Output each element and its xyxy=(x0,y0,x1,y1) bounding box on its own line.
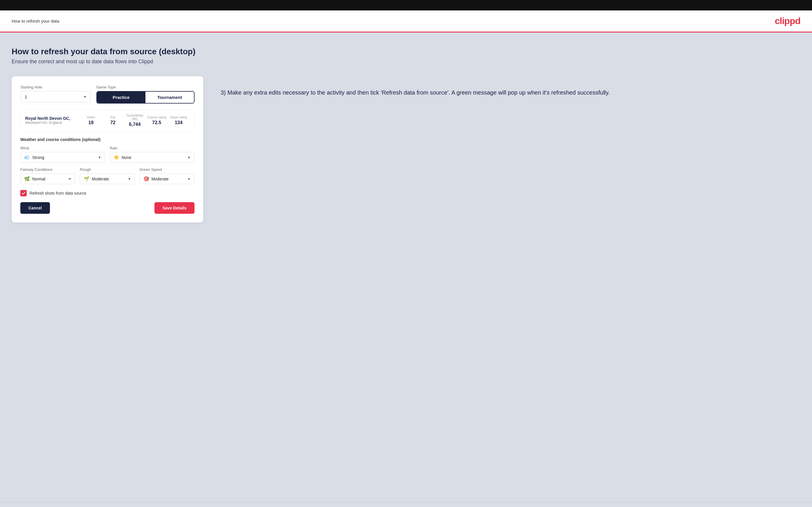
rain-icon: ☀️ xyxy=(113,155,119,160)
course-location: Westward Ho!, England xyxy=(25,121,80,125)
rain-arrow-icon: ▼ xyxy=(187,156,191,160)
rough-select[interactable]: 🌱 Moderate ▼ xyxy=(80,173,135,184)
game-type-row: Starting Hole 1 2 10 ▼ Game Type Practic… xyxy=(20,85,195,104)
wind-rain-row: Wind 💨 Strong ▼ Rain ☀️ None ▼ xyxy=(20,146,195,163)
page-heading: How to refresh your data from source (de… xyxy=(12,47,800,56)
slope-rating-stat: Slope rating 134 xyxy=(168,115,190,125)
course-par-stat: Par 72 xyxy=(102,115,124,125)
page-subheading: Ensure the correct and most up to date d… xyxy=(12,59,800,65)
starting-hole-group: Starting Hole 1 2 10 ▼ xyxy=(20,85,91,102)
rough-value: Moderate xyxy=(92,177,128,181)
conditions-section: Weather and course conditions (optional)… xyxy=(20,137,195,184)
form-card: Starting Hole 1 2 10 ▼ Game Type Practic… xyxy=(12,76,203,222)
refresh-checkbox[interactable] xyxy=(20,190,27,196)
par-label: Par xyxy=(102,115,124,119)
rain-value: None xyxy=(122,155,187,160)
cancel-button[interactable]: Cancel xyxy=(20,202,50,214)
rough-arrow-icon: ▼ xyxy=(128,177,131,181)
fairway-group: Fairway Conditions 🌿 Normal ▼ xyxy=(20,167,75,184)
course-table: Royal North Devon GC, Westward Ho!, Engl… xyxy=(20,109,195,131)
starting-hole-label: Starting Hole xyxy=(20,85,91,89)
conditions-title: Weather and course conditions (optional) xyxy=(20,137,195,142)
slope-rating-label: Slope rating xyxy=(168,115,190,119)
course-rating-stat: Course rating 72.5 xyxy=(146,115,167,125)
rough-label: Rough xyxy=(80,167,135,172)
fairway-select[interactable]: 🌿 Normal ▼ xyxy=(20,173,75,184)
fairway-value: Normal xyxy=(32,177,68,181)
wind-arrow-icon: ▼ xyxy=(98,156,101,160)
green-speed-label: Green Speed xyxy=(140,167,195,172)
refresh-checkbox-row: Refresh shots from data source xyxy=(20,190,195,196)
wind-icon: 💨 xyxy=(24,155,30,160)
course-name: Royal North Devon GC, xyxy=(25,116,80,121)
side-note-text: 3) Make any extra edits necessary to the… xyxy=(221,88,800,97)
yards-label: Yards/White (M)) xyxy=(124,114,146,121)
course-holes-stat: Holes 18 xyxy=(80,115,102,125)
wind-label: Wind xyxy=(20,146,105,150)
main-content: How to refresh your data from source (de… xyxy=(0,33,812,502)
logo: clippd xyxy=(775,16,800,26)
game-type-buttons: Practice Tournament xyxy=(96,91,195,104)
fairway-label: Fairway Conditions xyxy=(20,167,75,172)
practice-button[interactable]: Practice xyxy=(97,92,145,103)
course-rating-value: 72.5 xyxy=(146,120,167,125)
wind-group: Wind 💨 Strong ▼ xyxy=(20,146,105,163)
wind-select[interactable]: 💨 Strong ▼ xyxy=(20,152,105,163)
wind-value: Strong xyxy=(32,155,98,160)
save-button[interactable]: Save Details xyxy=(154,202,195,214)
course-rating-label: Course rating xyxy=(146,115,167,119)
green-speed-value: Moderate xyxy=(152,177,187,181)
yards-value: 6,744 xyxy=(124,122,146,127)
header: How to refresh your data clippd xyxy=(0,10,812,33)
checkmark-icon xyxy=(21,191,26,195)
starting-hole-select[interactable]: 1 2 10 xyxy=(20,91,90,102)
rain-select[interactable]: ☀️ None ▼ xyxy=(110,152,195,163)
top-bar xyxy=(0,0,812,10)
game-type-group: Game Type Practice Tournament xyxy=(96,85,195,104)
course-yards-stat: Yards/White (M)) 6,744 xyxy=(124,114,146,127)
holes-label: Holes xyxy=(80,115,102,119)
breadcrumb: How to refresh your data xyxy=(12,18,59,23)
rain-group: Rain ☀️ None ▼ xyxy=(110,146,195,163)
fairway-arrow-icon: ▼ xyxy=(68,177,71,181)
fairway-rough-green-row: Fairway Conditions 🌿 Normal ▼ Rough 🌱 Mo… xyxy=(20,167,195,184)
starting-hole-select-wrapper[interactable]: 1 2 10 ▼ xyxy=(20,91,91,102)
game-type-label: Game Type xyxy=(96,85,195,89)
content-row: Starting Hole 1 2 10 ▼ Game Type Practic… xyxy=(12,76,800,222)
tournament-button[interactable]: Tournament xyxy=(145,92,194,103)
fairway-icon: 🌿 xyxy=(24,176,30,181)
green-speed-group: Green Speed 🎯 Moderate ▼ xyxy=(140,167,195,184)
rough-group: Rough 🌱 Moderate ▼ xyxy=(80,167,135,184)
course-info: Royal North Devon GC, Westward Ho!, Engl… xyxy=(25,116,80,125)
button-row: Cancel Save Details xyxy=(20,202,195,214)
green-speed-select[interactable]: 🎯 Moderate ▼ xyxy=(140,173,195,184)
green-speed-arrow-icon: ▼ xyxy=(187,177,191,181)
side-note: 3) Make any extra edits necessary to the… xyxy=(221,76,800,97)
footer: Copyright Clippd 2022 xyxy=(0,502,812,507)
holes-value: 18 xyxy=(80,120,102,125)
par-value: 72 xyxy=(102,120,124,125)
course-row: Royal North Devon GC, Westward Ho!, Engl… xyxy=(20,110,194,131)
rain-label: Rain xyxy=(110,146,195,150)
slope-rating-value: 134 xyxy=(168,120,190,125)
rough-icon: 🌱 xyxy=(84,176,89,181)
refresh-checkbox-label: Refresh shots from data source xyxy=(30,191,86,195)
green-speed-icon: 🎯 xyxy=(143,176,149,181)
